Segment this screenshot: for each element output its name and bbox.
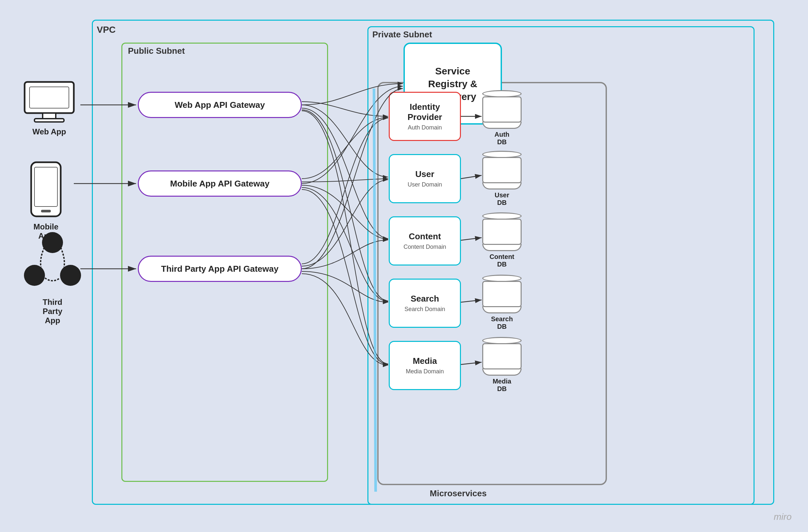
search-db-top [482,275,521,282]
user-db-top [482,151,521,158]
content-db-label: ContentDB [490,253,514,268]
search-db-bottom [482,306,521,314]
web-app-label: Web App [33,127,66,136]
content-service-box: Content Content Domain [389,216,461,266]
auth-db-label: AuthDB [494,131,510,146]
third-party-icon: ThirdPartyApp [20,229,85,325]
third-party-api-gateway-box: Third Party App API Gateway [138,256,302,282]
auth-db-top [482,90,521,97]
content-db-top [482,212,521,220]
identity-provider-name: IdentityProvider [407,102,442,122]
public-subnet-label: Public Subnet [128,46,185,56]
content-db-bottom [482,244,521,251]
auth-db-bottom [482,121,521,129]
mobile-api-gateway-label: Mobile App API Gateway [170,179,270,189]
identity-provider-box: IdentityProvider Auth Domain [389,92,461,141]
search-db-body [482,281,521,307]
mobile-api-gateway-box: Mobile App API Gateway [138,170,302,197]
private-subnet-label: Private Subnet [372,30,432,40]
user-db-label: UserDB [495,191,509,207]
media-service-box: Media Media Domain [389,341,461,390]
third-party-api-gateway-label: Third Party App API Gateway [161,264,278,274]
user-db-bottom [482,182,521,189]
media-db-top [482,337,521,344]
user-service-box: User User Domain [389,154,461,203]
web-app-icon: Web App [20,79,79,136]
svg-rect-6 [41,210,51,212]
web-api-gateway-label: Web App API Gateway [175,100,265,110]
mobile-app-icon: MobileApp [26,160,66,241]
media-db-body [482,343,521,369]
miro-watermark: miro [774,512,792,522]
user-domain-label: User Domain [407,181,442,188]
search-service-name: Search [411,294,439,304]
media-db: MediaDB [482,337,521,393]
content-db-body [482,218,521,245]
mobile-app-svg [26,160,66,220]
svg-rect-2 [34,119,64,122]
svg-point-9 [60,265,81,286]
content-service-name: Content [409,231,441,242]
svg-point-7 [42,232,63,253]
auth-db-body [482,96,521,122]
content-domain-label: Content Domain [404,244,446,250]
auth-db: AuthDB [482,90,521,146]
user-db-body [482,157,521,183]
search-db-label: SearchDB [491,315,513,330]
user-db: UserDB [482,151,521,207]
media-domain-label: Media Domain [406,368,444,375]
web-api-gateway-box: Web App API Gateway [138,92,302,118]
search-domain-label: Search Domain [404,306,445,313]
vpc-label: VPC [97,24,116,35]
content-db: ContentDB [482,212,521,268]
third-party-label: ThirdPartyApp [43,298,62,325]
user-service-name: User [415,169,434,179]
svg-point-8 [24,265,45,286]
media-db-label: MediaDB [493,378,511,393]
media-db-bottom [482,368,521,376]
third-party-svg [20,229,85,295]
svg-rect-3 [30,87,69,108]
search-service-box: Search Search Domain [389,279,461,328]
diagram-container: VPC Public Subnet Private Subnet Microse… [0,0,808,532]
search-db: SearchDB [482,275,521,330]
microservices-label: Microservices [430,489,486,498]
media-service-name: Media [413,356,437,366]
svg-rect-5 [34,167,57,207]
auth-domain-label: Auth Domain [408,124,442,131]
web-app-svg [20,79,79,125]
